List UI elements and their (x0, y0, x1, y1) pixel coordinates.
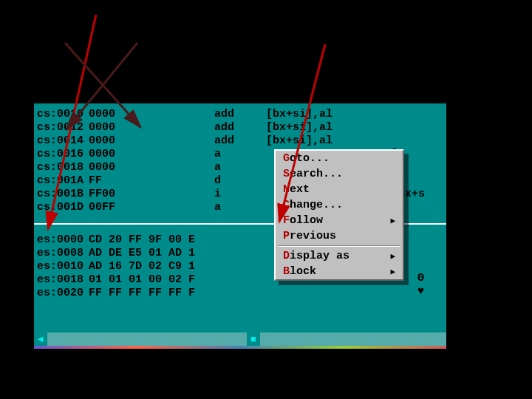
menu-item-search[interactable]: Search... (276, 166, 403, 182)
submenu-arrow-icon: ▶ (390, 216, 395, 225)
disasm-row[interactable]: cs:00140000add[bx+si],al (34, 134, 446, 148)
menu-item-block[interactable]: Block▶ (276, 264, 403, 279)
menu-item-goto[interactable]: Goto... (276, 151, 403, 166)
menu-item-previous[interactable]: Previous (276, 228, 403, 244)
disasm-row[interactable]: cs:00100000add[bx+si],al (34, 108, 446, 121)
menu-item-display-as[interactable]: Display as▶ (276, 248, 403, 264)
submenu-arrow-icon: ▶ (390, 251, 395, 261)
scroll-thumb[interactable]: ■ (247, 332, 260, 346)
horizontal-scrollbar[interactable]: ◄ ■ (34, 332, 446, 346)
scroll-left-button[interactable]: ◄ (34, 332, 47, 346)
ascii-column: Θ ♥ (417, 272, 424, 299)
taskbar-sliver (34, 346, 446, 349)
menu-item-follow[interactable]: Follow▶ (276, 213, 403, 228)
menu-separator (279, 245, 400, 247)
debugger-panel: cs:00100000add[bx+si],al cs:00120000add[… (34, 103, 446, 347)
menu-item-change[interactable]: Change... (276, 197, 403, 213)
context-menu: Goto... Search... Next Change... Follow▶… (274, 149, 404, 281)
menu-item-next[interactable]: Next (276, 182, 403, 197)
disasm-row[interactable]: cs:00120000add[bx+si],al (34, 121, 446, 134)
submenu-arrow-icon: ▶ (390, 267, 395, 276)
scroll-track[interactable]: ■ (47, 332, 446, 346)
dump-row[interactable]: es:0020FF FF FF FF FF F (34, 287, 446, 300)
